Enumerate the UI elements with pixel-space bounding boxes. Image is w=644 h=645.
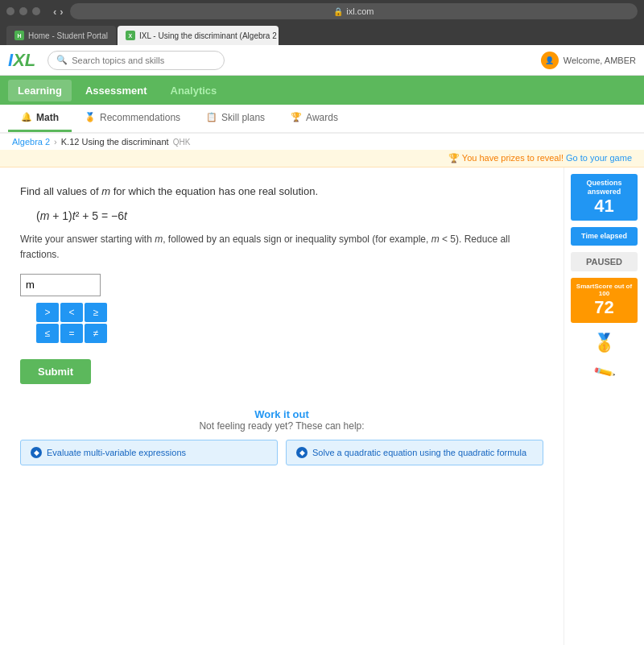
help-link-1[interactable]: ◆ Evaluate multi-variable expressions: [20, 440, 278, 465]
browser-tabs: H Home - Student Portal X IXL - Using th…: [0, 23, 644, 45]
help-link-2-text: Solve a quadratic equation using the qua…: [312, 448, 526, 457]
welcome-message: 👤 Welcome, AMBER: [541, 52, 636, 69]
main-content: Find all values of m for which the equat…: [0, 167, 644, 645]
question-prompt: Find all values of m for which the equat…: [20, 184, 543, 200]
prize-link[interactable]: Go to your game: [566, 153, 632, 163]
paused-label: PAUSED: [586, 257, 622, 267]
ixl-app: IXL 🔍 👤 Welcome, AMBER Learning Assessme…: [0, 45, 644, 645]
nav-item-learning[interactable]: Learning: [8, 80, 72, 101]
forward-arrow[interactable]: ›: [60, 6, 63, 18]
top-nav: IXL 🔍 👤 Welcome, AMBER: [0, 45, 644, 76]
window-controls: [6, 7, 40, 15]
time-elapsed-label: Time elapsed: [576, 232, 633, 241]
maximize-btn[interactable]: [32, 7, 40, 15]
browser-chrome: ‹ › 🔒 ixl.com H Home - Student Portal X …: [0, 0, 644, 45]
subnav-awards[interactable]: 🏆 Awards: [278, 105, 351, 132]
question-area: Find all values of m for which the equat…: [0, 167, 564, 645]
nav-menu: Learning Assessment Analytics: [0, 76, 644, 105]
recommendations-icon: 🏅: [85, 112, 96, 122]
symbol-row-2: ≤ = ≠: [36, 324, 107, 343]
search-input[interactable]: [72, 56, 216, 65]
subnav-math[interactable]: 🔔 Math: [8, 105, 72, 132]
breadcrumb-parent[interactable]: Algebra 2: [12, 137, 50, 147]
greater-equal-btn[interactable]: ≥: [85, 303, 107, 322]
not-equal-btn[interactable]: ≠: [85, 324, 107, 343]
tab-ixl-label: IXL - Using the discriminant (Algebra 2 …: [139, 31, 279, 40]
home-favicon: H: [14, 31, 24, 40]
nav-item-assessment[interactable]: Assessment: [76, 80, 157, 101]
tab-ixl[interactable]: X IXL - Using the discriminant (Algebra …: [118, 26, 279, 45]
sub-nav: 🔔 Math 🏅 Recommendations 📋 Skill plans 🏆…: [0, 105, 644, 134]
paused-box: PAUSED: [571, 252, 638, 271]
search-bar[interactable]: 🔍: [47, 51, 225, 70]
smart-score-label: SmartScore out of 100: [576, 283, 633, 297]
nav-arrows: ‹ ›: [53, 6, 64, 18]
questions-answered-box: Questions answered 41: [571, 174, 638, 221]
help-link-2-icon: ◆: [296, 447, 308, 458]
work-it-out-title: Work it out: [20, 408, 543, 420]
breadcrumb-code: QHK: [173, 138, 191, 147]
nav-item-analytics[interactable]: Analytics: [161, 80, 227, 101]
subnav-skillplans-label: Skill plans: [221, 112, 265, 123]
ixl-logo: IXL: [8, 50, 35, 71]
less-equal-btn[interactable]: ≤: [36, 324, 59, 343]
answer-input[interactable]: [20, 274, 101, 296]
tab-home-label: Home - Student Portal: [28, 31, 108, 40]
search-icon: 🔍: [56, 55, 68, 65]
smart-score-value: 72: [576, 297, 633, 318]
side-panel: Questions answered 41 Time elapsed PAUSE…: [564, 167, 644, 645]
subnav-skillplans[interactable]: 📋 Skill plans: [193, 105, 278, 132]
awards-icon: 🏆: [291, 112, 302, 122]
help-link-1-icon: ◆: [31, 447, 42, 458]
pencil-icon: ✏️: [592, 360, 616, 384]
questions-answered-label: Questions answered: [576, 179, 633, 196]
ixl-favicon: X: [126, 31, 135, 40]
close-btn[interactable]: [6, 7, 14, 15]
smart-score-box: SmartScore out of 100 72: [571, 278, 638, 323]
help-link-2[interactable]: ◆ Solve a quadratic equation using the q…: [286, 440, 543, 465]
breadcrumb-current: K.12 Using the discriminant: [61, 137, 169, 147]
equation-display: (m + 1)t² + 5 = −6t: [36, 209, 543, 222]
lock-icon: 🔒: [333, 7, 343, 16]
less-than-btn[interactable]: <: [60, 303, 83, 322]
equals-btn[interactable]: =: [60, 324, 83, 343]
user-avatar: 👤: [541, 52, 559, 69]
subnav-recommendations-label: Recommendations: [100, 112, 180, 123]
breadcrumb-separator: ›: [54, 137, 57, 147]
not-ready-text: Not feeling ready yet? These can help:: [20, 420, 543, 432]
medal-icon: 🥇: [571, 333, 638, 354]
skillplans-icon: 📋: [206, 112, 217, 122]
address-bar[interactable]: 🔒 ixl.com: [70, 3, 638, 19]
tab-home[interactable]: H Home - Student Portal: [6, 26, 116, 45]
answer-input-area: > < ≥ ≤ = ≠: [20, 274, 543, 343]
subnav-math-label: Math: [36, 112, 59, 123]
help-links: ◆ Evaluate multi-variable expressions ◆ …: [20, 440, 543, 465]
questions-answered-value: 41: [576, 196, 633, 216]
help-link-1-text: Evaluate multi-variable expressions: [47, 448, 186, 457]
subnav-recommendations[interactable]: 🏅 Recommendations: [72, 105, 193, 132]
symbol-row-1: > < ≥: [36, 303, 107, 322]
greater-than-btn[interactable]: >: [36, 303, 59, 322]
welcome-text: Welcome, AMBER: [564, 56, 636, 65]
submit-button[interactable]: Submit: [20, 359, 91, 384]
minimize-btn[interactable]: [19, 7, 27, 15]
url-text: ixl.com: [346, 6, 374, 16]
prize-text: You have prizes to reveal!: [462, 153, 564, 163]
prize-banner: 🏆 You have prizes to reveal! Go to your …: [0, 150, 644, 167]
symbol-buttons: > < ≥ ≤ = ≠: [36, 303, 107, 343]
math-icon: 🔔: [21, 112, 32, 122]
back-arrow[interactable]: ‹: [53, 6, 56, 18]
browser-titlebar: ‹ › 🔒 ixl.com: [0, 0, 644, 23]
subnav-awards-label: Awards: [306, 112, 338, 123]
instruction-text: Write your answer starting with m, follo…: [20, 232, 543, 263]
breadcrumb: Algebra 2 › K.12 Using the discriminant …: [0, 134, 644, 150]
time-elapsed-box: Time elapsed: [571, 227, 638, 246]
